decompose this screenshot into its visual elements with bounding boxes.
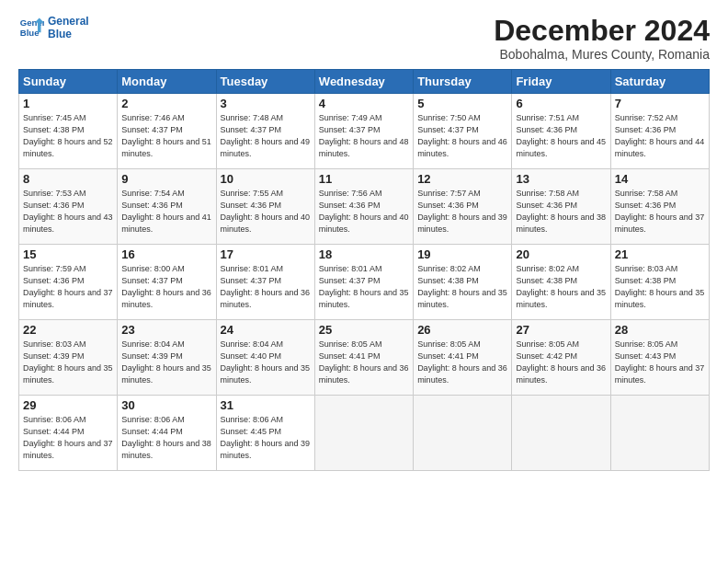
day-number: 27 (516, 323, 606, 337)
day-number: 14 (615, 172, 705, 186)
calendar-cell: 11Sunrise: 7:56 AMSunset: 4:36 PMDayligh… (314, 169, 413, 245)
calendar-cell: 19Sunrise: 8:02 AMSunset: 4:38 PMDayligh… (414, 245, 512, 320)
day-number: 18 (319, 247, 409, 261)
day-number: 31 (221, 398, 311, 412)
calendar-cell: 26Sunrise: 8:05 AMSunset: 4:41 PMDayligh… (414, 320, 512, 396)
day-info: Sunrise: 8:05 AMSunset: 4:41 PMDaylight:… (319, 339, 409, 385)
day-info: Sunrise: 8:03 AMSunset: 4:39 PMDaylight:… (23, 339, 113, 385)
day-number: 5 (417, 97, 507, 110)
calendar-cell: 14Sunrise: 7:58 AMSunset: 4:36 PMDayligh… (610, 169, 709, 245)
day-number: 30 (121, 398, 211, 412)
week-row-2: 8Sunrise: 7:53 AMSunset: 4:36 PMDaylight… (19, 169, 710, 245)
day-info: Sunrise: 8:04 AMSunset: 4:39 PMDaylight:… (121, 339, 211, 385)
day-number: 15 (23, 247, 113, 261)
calendar-cell: 10Sunrise: 7:55 AMSunset: 4:36 PMDayligh… (216, 169, 314, 245)
day-number: 13 (516, 172, 606, 186)
col-header-thursday: Thursday (414, 70, 512, 94)
col-header-wednesday: Wednesday (314, 70, 413, 94)
header: General Blue General Blue December 2024 … (18, 15, 710, 62)
calendar-cell: 21Sunrise: 8:03 AMSunset: 4:38 PMDayligh… (610, 245, 709, 320)
day-number: 29 (23, 398, 113, 412)
col-header-monday: Monday (118, 70, 216, 94)
calendar-cell: 20Sunrise: 8:02 AMSunset: 4:38 PMDayligh… (512, 245, 610, 320)
day-info: Sunrise: 7:49 AMSunset: 4:37 PMDaylight:… (319, 113, 409, 158)
day-info: Sunrise: 7:48 AMSunset: 4:37 PMDaylight:… (221, 113, 311, 158)
day-info: Sunrise: 8:00 AMSunset: 4:37 PMDaylight:… (121, 264, 211, 309)
calendar-cell (314, 396, 413, 471)
calendar-cell: 22Sunrise: 8:03 AMSunset: 4:39 PMDayligh… (19, 320, 118, 396)
day-number: 23 (121, 323, 211, 337)
calendar-cell: 18Sunrise: 8:01 AMSunset: 4:37 PMDayligh… (314, 245, 413, 320)
calendar-cell: 29Sunrise: 8:06 AMSunset: 4:44 PMDayligh… (19, 396, 118, 471)
day-info: Sunrise: 7:53 AMSunset: 4:36 PMDaylight:… (23, 189, 113, 234)
calendar-cell: 24Sunrise: 8:04 AMSunset: 4:40 PMDayligh… (216, 320, 314, 396)
col-header-saturday: Saturday (610, 70, 709, 94)
day-number: 7 (615, 97, 705, 110)
day-info: Sunrise: 8:01 AMSunset: 4:37 PMDaylight:… (319, 264, 409, 309)
day-number: 8 (23, 172, 113, 186)
day-number: 12 (417, 172, 507, 186)
week-row-1: 1Sunrise: 7:45 AMSunset: 4:38 PMDaylight… (19, 94, 710, 169)
calendar-cell: 12Sunrise: 7:57 AMSunset: 4:36 PMDayligh… (414, 169, 512, 245)
calendar-cell: 31Sunrise: 8:06 AMSunset: 4:45 PMDayligh… (216, 396, 314, 471)
calendar-cell: 2Sunrise: 7:46 AMSunset: 4:37 PMDaylight… (118, 94, 216, 169)
day-info: Sunrise: 7:45 AMSunset: 4:38 PMDaylight:… (23, 113, 113, 158)
day-number: 19 (417, 247, 507, 261)
calendar-cell (414, 396, 512, 471)
calendar-cell: 28Sunrise: 8:05 AMSunset: 4:43 PMDayligh… (610, 320, 709, 396)
header-row: SundayMondayTuesdayWednesdayThursdayFrid… (19, 70, 710, 94)
day-number: 4 (319, 97, 409, 110)
day-number: 10 (221, 172, 311, 186)
day-info: Sunrise: 7:54 AMSunset: 4:36 PMDaylight:… (121, 189, 211, 234)
calendar-cell: 16Sunrise: 8:00 AMSunset: 4:37 PMDayligh… (118, 245, 216, 320)
col-header-friday: Friday (512, 70, 610, 94)
day-info: Sunrise: 8:05 AMSunset: 4:43 PMDaylight:… (615, 339, 705, 385)
day-info: Sunrise: 7:56 AMSunset: 4:36 PMDaylight:… (319, 189, 409, 234)
day-number: 3 (221, 97, 311, 110)
day-info: Sunrise: 8:03 AMSunset: 4:38 PMDaylight:… (615, 264, 705, 309)
day-number: 20 (516, 247, 606, 261)
logo: General Blue General Blue (18, 15, 89, 41)
day-number: 24 (221, 323, 311, 337)
day-number: 22 (23, 323, 113, 337)
day-info: Sunrise: 8:02 AMSunset: 4:38 PMDaylight:… (516, 264, 606, 309)
day-number: 17 (221, 247, 311, 261)
calendar-cell: 1Sunrise: 7:45 AMSunset: 4:38 PMDaylight… (19, 94, 118, 169)
calendar-page: General Blue General Blue December 2024 … (0, 0, 728, 480)
calendar-cell: 7Sunrise: 7:52 AMSunset: 4:36 PMDaylight… (610, 94, 709, 169)
title-block: December 2024 Bobohalma, Mures County, R… (494, 15, 710, 62)
calendar-cell (610, 396, 709, 471)
logo-text-blue: Blue (48, 28, 89, 40)
svg-text:Blue: Blue (20, 28, 40, 38)
day-number: 21 (615, 247, 705, 261)
calendar-cell: 9Sunrise: 7:54 AMSunset: 4:36 PMDaylight… (118, 169, 216, 245)
calendar-cell: 6Sunrise: 7:51 AMSunset: 4:36 PMDaylight… (512, 94, 610, 169)
day-info: Sunrise: 8:01 AMSunset: 4:37 PMDaylight:… (221, 264, 311, 309)
week-row-3: 15Sunrise: 7:59 AMSunset: 4:36 PMDayligh… (19, 245, 710, 320)
calendar-cell: 5Sunrise: 7:50 AMSunset: 4:37 PMDaylight… (414, 94, 512, 169)
calendar-cell: 3Sunrise: 7:48 AMSunset: 4:37 PMDaylight… (216, 94, 314, 169)
day-info: Sunrise: 7:58 AMSunset: 4:36 PMDaylight:… (516, 189, 606, 234)
day-info: Sunrise: 8:06 AMSunset: 4:44 PMDaylight:… (121, 415, 211, 460)
day-info: Sunrise: 7:59 AMSunset: 4:36 PMDaylight:… (23, 264, 113, 309)
day-info: Sunrise: 7:46 AMSunset: 4:37 PMDaylight:… (121, 113, 211, 158)
calendar-cell: 8Sunrise: 7:53 AMSunset: 4:36 PMDaylight… (19, 169, 118, 245)
calendar-cell: 4Sunrise: 7:49 AMSunset: 4:37 PMDaylight… (314, 94, 413, 169)
week-row-5: 29Sunrise: 8:06 AMSunset: 4:44 PMDayligh… (19, 396, 710, 471)
day-number: 16 (121, 247, 211, 261)
logo-text-general: General (48, 15, 89, 28)
col-header-sunday: Sunday (19, 70, 118, 94)
day-info: Sunrise: 8:05 AMSunset: 4:41 PMDaylight:… (417, 339, 507, 385)
calendar-table: SundayMondayTuesdayWednesdayThursdayFrid… (18, 69, 710, 471)
day-info: Sunrise: 7:51 AMSunset: 4:36 PMDaylight:… (516, 113, 606, 158)
week-row-4: 22Sunrise: 8:03 AMSunset: 4:39 PMDayligh… (19, 320, 710, 396)
logo-icon: General Blue (18, 15, 44, 40)
calendar-cell: 17Sunrise: 8:01 AMSunset: 4:37 PMDayligh… (216, 245, 314, 320)
day-info: Sunrise: 8:06 AMSunset: 4:45 PMDaylight:… (221, 415, 311, 460)
day-number: 11 (319, 172, 409, 186)
day-info: Sunrise: 8:06 AMSunset: 4:44 PMDaylight:… (23, 415, 113, 460)
day-info: Sunrise: 7:57 AMSunset: 4:36 PMDaylight:… (417, 189, 507, 234)
calendar-cell: 15Sunrise: 7:59 AMSunset: 4:36 PMDayligh… (19, 245, 118, 320)
day-number: 28 (615, 323, 705, 337)
day-number: 9 (121, 172, 211, 186)
